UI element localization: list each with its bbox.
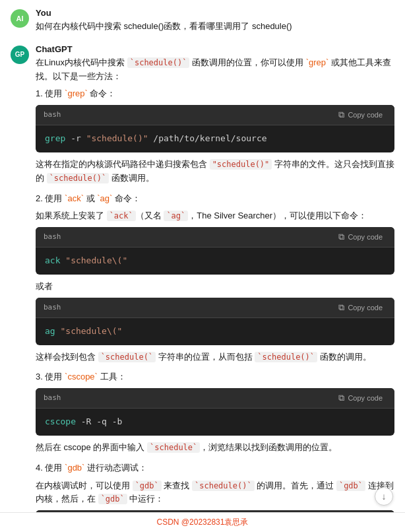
code-block-2b-header: bash ⧉ Copy code [36, 298, 394, 318]
section-2-pre: 如果系统上安装了 `ack`（又名 `ag`，The Silver Search… [36, 209, 394, 223]
ai-message-text: 在Linux内核代码中搜索 `schedule()` 函数调用的位置，你可以使用… [36, 56, 394, 532]
chevron-down-icon: ↓ [382, 491, 387, 502]
user-avatar: AI [11, 9, 29, 28]
section-4-title: 4. 使用 `gdb` 进行动态调试： [36, 461, 394, 475]
copy-label-3: Copy code [348, 394, 383, 402]
ai-message: GP ChatGPT 在Linux内核代码中搜索 `schedule()` 函数… [11, 44, 394, 532]
chat-container: AI You 如何在内核代码中搜索 schedule()函数，看看哪里调用了 s… [0, 0, 405, 532]
section-1: 1. 使用 `grep` 命令： bash ⧉ Copy code grep -… [36, 87, 394, 185]
code-ref-1: `schedule()` [127, 57, 190, 68]
user-message-text: 如何在内核代码中搜索 schedule()函数，看看哪里调用了 schedule… [36, 20, 394, 34]
section-3-title: 3. 使用 `cscope` 工具： [36, 370, 394, 384]
user-message: AI You 如何在内核代码中搜索 schedule()函数，看看哪里调用了 s… [11, 8, 394, 34]
user-message-body: 如何在内核代码中搜索 schedule()函数，看看哪里调用了 schedule… [36, 21, 292, 31]
code-body-1: grep -r "schedule()" /path/to/kernel/sou… [36, 125, 394, 152]
footer-bar: CSDN @20232831袁思承 [0, 512, 405, 532]
code-lang-3: bash [44, 392, 61, 404]
section-2-after: 这样会找到包含 `schedule(` 字符串的位置，从而包括 `schedul… [36, 350, 394, 364]
copy-label-1: Copy code [348, 111, 383, 119]
code-lang-2a: bash [44, 231, 61, 243]
copy-button-2a[interactable]: ⧉ Copy code [334, 230, 387, 244]
code-block-2a-header: bash ⧉ Copy code [36, 227, 394, 248]
user-message-content: You 如何在内核代码中搜索 schedule()函数，看看哪里调用了 sche… [36, 8, 394, 34]
code-body-2b: ag "schedule\(" [36, 318, 394, 345]
highlight-grep: `grep` [306, 57, 329, 67]
code-block-2b: bash ⧉ Copy code ag "schedule\(" [36, 298, 394, 345]
code-body-3: cscope -R -q -b [36, 409, 394, 436]
code-block-2a: bash ⧉ Copy code ack "schedule\(" [36, 227, 394, 275]
ai-avatar: GP [11, 46, 29, 64]
copy-button-1[interactable]: ⧉ Copy code [334, 108, 387, 121]
code-lang-1: bash [44, 109, 61, 121]
copy-button-3[interactable]: ⧉ Copy code [334, 391, 387, 405]
copy-icon-3: ⧉ [338, 393, 344, 403]
code-lang-2b: bash [44, 302, 61, 314]
section-3-after: 然后在 cscope 的界面中输入 `schedule`，浏览结果以找到函数调用… [36, 441, 394, 455]
code-body-2a: ack "schedule\(" [36, 248, 394, 275]
code-block-1: bash ⧉ Copy code grep -r "schedule()" /p… [36, 105, 394, 152]
scroll-down-button[interactable]: ↓ [375, 487, 393, 506]
section-1-after: 这将在指定的内核源代码路径中递归搜索包含 "schedule()" 字符串的文件… [36, 158, 394, 185]
copy-icon-2a: ⧉ [338, 232, 344, 242]
watermark-text: CSDN @20232831袁思承 [157, 517, 249, 528]
ai-sender-name: ChatGPT [36, 44, 394, 54]
copy-icon-1: ⧉ [338, 110, 344, 120]
copy-button-2b[interactable]: ⧉ Copy code [334, 301, 387, 314]
section-3: 3. 使用 `cscope` 工具： bash ⧉ Copy code csco… [36, 370, 394, 454]
section-4-pre: 在内核调试时，可以使用 `gdb` 来查找 `schedule()` 的调用。首… [36, 479, 394, 507]
section-1-title: 1. 使用 `grep` 命令： [36, 87, 394, 101]
section-2-title: 2. 使用 `ack` 或 `ag` 命令： [36, 192, 394, 206]
copy-icon-2b: ⧉ [338, 302, 344, 313]
ai-intro: 在Linux内核代码中搜索 `schedule()` 函数调用的位置，你可以使用… [36, 56, 394, 84]
code-block-3: bash ⧉ Copy code cscope -R -q -b [36, 388, 394, 436]
user-sender-name: You [36, 8, 394, 18]
section-2-or: 或者 [36, 280, 394, 294]
ai-message-content: ChatGPT 在Linux内核代码中搜索 `schedule()` 函数调用的… [36, 44, 394, 532]
code-block-3-header: bash ⧉ Copy code [36, 388, 394, 409]
copy-label-2a: Copy code [348, 233, 383, 241]
code-block-1-header: bash ⧉ Copy code [36, 105, 394, 125]
copy-label-2b: Copy code [348, 304, 383, 312]
section-2: 2. 使用 `ack` 或 `ag` 命令： 如果系统上安装了 `ack`（又名… [36, 192, 394, 364]
